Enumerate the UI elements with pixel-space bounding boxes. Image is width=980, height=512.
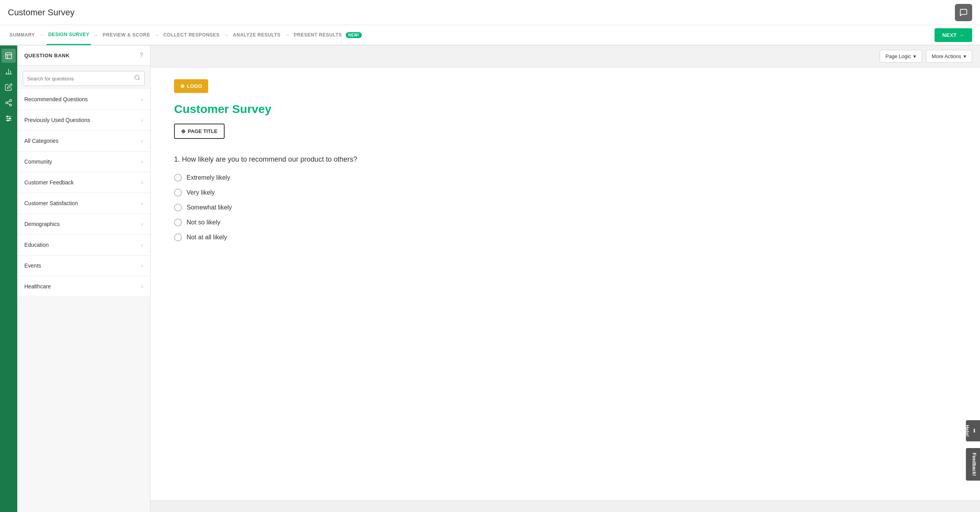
nav-step-analyze[interactable]: ANALYZE RESULTS [231, 32, 282, 38]
sidebar-icon-survey[interactable] [2, 49, 16, 63]
svg-point-17 [7, 120, 9, 121]
logo-plus-icon: ⊕ [180, 83, 185, 89]
svg-point-8 [6, 102, 8, 104]
qb-item-education[interactable]: Education › [17, 235, 150, 255]
nav-arrow-3: → [154, 32, 160, 38]
qb-item-recommended[interactable]: Recommended Questions › [17, 89, 150, 110]
question-bank-panel: QUESTION BANK ? Recommended Questions › … [17, 46, 151, 512]
qb-item-arrow-community: › [141, 159, 143, 165]
feedback-button[interactable]: Feedback! [966, 448, 980, 481]
sidebar-icon-connect[interactable] [2, 96, 16, 110]
question-bank-header: QUESTION BANK ? [17, 46, 150, 66]
qb-item-arrow-previously-used: › [141, 117, 143, 123]
nav-step-design[interactable]: DESIGN SURVEY [47, 25, 91, 45]
qb-item-arrow-education: › [141, 242, 143, 248]
question-text: 1. How likely are you to recommend our p… [174, 155, 956, 164]
nav-step-present[interactable]: PRESENT RESULTS NEW! [292, 32, 363, 38]
chat-icon-button[interactable] [955, 4, 972, 21]
radio-option-1[interactable]: Very likely [174, 189, 956, 197]
svg-point-7 [10, 100, 12, 102]
search-box[interactable] [23, 71, 145, 86]
svg-point-18 [135, 75, 139, 80]
nav-step-preview[interactable]: PREVIEW & SCORE [101, 32, 152, 38]
page-title-plus-icon: ⊕ [181, 128, 185, 134]
svg-line-11 [7, 101, 10, 102]
nav-arrow-4: → [223, 32, 229, 38]
qb-item-arrow-events: › [141, 262, 143, 269]
app-title: Customer Survey [8, 7, 74, 18]
more-actions-button[interactable]: More Actions ▾ [926, 50, 972, 63]
radio-label-0: Extremely likely [187, 174, 230, 181]
qb-item-label-community: Community [24, 159, 52, 165]
search-icon[interactable] [134, 75, 140, 82]
nav-step-summary[interactable]: SUMMARY [8, 32, 36, 38]
qb-item-customer-feedback[interactable]: Customer Feedback › [17, 172, 150, 193]
sidebar-icon-adjust[interactable] [2, 111, 16, 126]
svg-rect-0 [6, 53, 12, 59]
qb-item-label-demographics: Demographics [24, 221, 60, 227]
question-block: 1. How likely are you to recommend our p… [174, 155, 956, 241]
qb-item-demographics[interactable]: Demographics › [17, 214, 150, 235]
question-bank-list: Recommended Questions › Previously Used … [17, 89, 150, 512]
qb-item-label-previously-used: Previously Used Questions [24, 117, 90, 123]
question-bank-help-icon[interactable]: ? [140, 52, 143, 59]
qb-item-label-customer-feedback: Customer Feedback [24, 179, 74, 186]
radio-label-4: Not at all likely [187, 234, 227, 241]
qb-item-label-education: Education [24, 242, 49, 248]
radio-circle-2 [174, 204, 182, 211]
radio-option-3[interactable]: Not so likely [174, 219, 956, 226]
new-badge: NEW! [346, 32, 362, 38]
qb-item-healthcare[interactable]: Healthcare › [17, 276, 150, 297]
svg-line-19 [138, 79, 140, 80]
icon-sidebar [0, 46, 17, 512]
qb-item-events[interactable]: Events › [17, 255, 150, 276]
question-bank-title: QUESTION BANK [24, 53, 70, 58]
nav-steps: SUMMARY → DESIGN SURVEY → PREVIEW & SCOR… [8, 25, 363, 45]
qb-item-arrow-recommended: › [141, 96, 143, 102]
qb-item-arrow-customer-satisfaction: › [141, 200, 143, 206]
qb-item-arrow-demographics: › [141, 221, 143, 227]
more-actions-chevron-icon: ▾ [964, 53, 966, 59]
qb-item-label-recommended: Recommended Questions [24, 96, 88, 102]
qb-item-arrow-customer-feedback: › [141, 179, 143, 186]
radio-option-4[interactable]: Not at all likely [174, 233, 956, 241]
top-bar: Customer Survey [0, 0, 980, 25]
next-button[interactable]: NEXT → [935, 28, 972, 42]
qb-item-community[interactable]: Community › [17, 151, 150, 172]
sidebar-icon-chart[interactable] [2, 64, 16, 78]
nav-arrow-1: → [39, 32, 44, 38]
radio-label-1: Very likely [187, 189, 215, 196]
canvas-bottom-strip [151, 500, 980, 512]
search-input[interactable] [27, 76, 134, 82]
qb-item-label-customer-satisfaction: Customer Satisfaction [24, 200, 78, 206]
help-button[interactable]: ℹ Help! [966, 420, 980, 441]
qb-item-arrow-healthcare: › [141, 283, 143, 290]
page-logic-button[interactable]: Page Logic ▾ [880, 50, 922, 63]
qb-item-previously-used[interactable]: Previously Used Questions › [17, 110, 150, 131]
canvas-content: ⊕ LOGO Customer Survey ⊕ PAGE TITLE 1. H… [151, 67, 980, 500]
nav-bar: SUMMARY → DESIGN SURVEY → PREVIEW & SCOR… [0, 25, 980, 46]
qb-item-all-categories[interactable]: All Categories › [17, 131, 150, 151]
qb-item-label-events: Events [24, 262, 41, 269]
radio-circle-4 [174, 233, 182, 241]
radio-label-3: Not so likely [187, 219, 220, 226]
main-layout: QUESTION BANK ? Recommended Questions › … [0, 46, 980, 512]
qb-item-label-healthcare: Healthcare [24, 283, 51, 290]
svg-point-16 [9, 118, 11, 119]
nav-step-collect[interactable]: COLLECT RESPONSES [162, 32, 221, 38]
page-title-button[interactable]: ⊕ PAGE TITLE [174, 124, 225, 139]
svg-line-10 [7, 103, 10, 104]
survey-canvas: Page Logic ▾ More Actions ▾ ⊕ LOGO Custo… [151, 46, 980, 512]
logo-button[interactable]: ⊕ LOGO [174, 79, 208, 93]
canvas-toolbar: Page Logic ▾ More Actions ▾ [151, 46, 980, 67]
svg-point-15 [7, 116, 8, 117]
nav-arrow-5: → [285, 32, 290, 38]
help-icon: ℹ [971, 428, 977, 434]
qb-item-customer-satisfaction[interactable]: Customer Satisfaction › [17, 193, 150, 214]
next-arrow-icon: → [959, 32, 965, 38]
radio-circle-1 [174, 189, 182, 197]
sidebar-icon-edit[interactable] [2, 80, 16, 94]
radio-option-2[interactable]: Somewhat likely [174, 204, 956, 211]
nav-arrow-2: → [93, 32, 99, 38]
radio-option-0[interactable]: Extremely likely [174, 174, 956, 182]
